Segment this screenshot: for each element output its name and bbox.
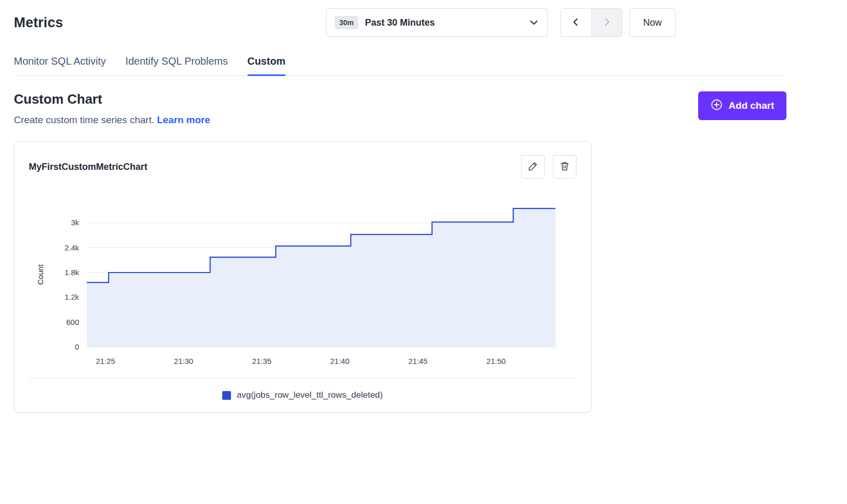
- svg-text:1.2k: 1.2k: [65, 293, 80, 301]
- metrics-tabs: Monitor SQL Activity Identify SQL Proble…: [14, 55, 786, 76]
- svg-text:1.8k: 1.8k: [65, 268, 80, 277]
- plus-circle-icon: [710, 99, 723, 113]
- pencil-icon: [528, 161, 538, 173]
- add-chart-button[interactable]: Add chart: [698, 91, 786, 120]
- time-step-buttons: [561, 8, 622, 37]
- edit-chart-button[interactable]: [521, 155, 545, 179]
- section-title: Custom Chart: [14, 91, 210, 107]
- custom-metric-chart-card: MyFirstCustomMetricChart 06001.2k1.8k2.4…: [14, 141, 591, 413]
- section-description-text: Create custom time series chart.: [14, 114, 154, 125]
- svg-text:21:35: 21:35: [252, 357, 272, 365]
- svg-text:3k: 3k: [71, 218, 79, 227]
- metric-chart[interactable]: 06001.2k1.8k2.4k3k21:2521:3021:3521:4021…: [29, 196, 575, 371]
- learn-more-link[interactable]: Learn more: [157, 114, 210, 125]
- time-range-label: Past 30 Minutes: [365, 17, 435, 28]
- now-button[interactable]: Now: [629, 8, 676, 37]
- svg-text:21:45: 21:45: [408, 357, 428, 365]
- svg-text:21:30: 21:30: [174, 357, 194, 365]
- chart-card-header: MyFirstCustomMetricChart: [29, 155, 576, 179]
- svg-text:600: 600: [66, 318, 79, 326]
- time-controls: 30m Past 30 Minutes Now: [326, 8, 676, 37]
- chevron-right-icon: [602, 17, 612, 29]
- delete-chart-button[interactable]: [553, 155, 576, 179]
- time-range-badge: 30m: [335, 16, 358, 29]
- svg-text:0: 0: [75, 342, 79, 351]
- add-chart-label: Add chart: [728, 100, 774, 111]
- prev-interval-button[interactable]: [561, 9, 591, 36]
- svg-text:21:40: 21:40: [330, 357, 350, 365]
- legend-swatch: [222, 391, 231, 400]
- svg-text:2.4k: 2.4k: [65, 243, 80, 252]
- page-title: Metrics: [14, 15, 63, 31]
- section-text: Custom Chart Create custom time series c…: [14, 91, 210, 126]
- tab-custom[interactable]: Custom: [247, 55, 285, 75]
- tab-identify-sql-problems[interactable]: Identify SQL Problems: [125, 55, 227, 75]
- next-interval-button: [591, 9, 622, 36]
- section-description: Create custom time series chart. Learn m…: [14, 114, 210, 126]
- chart-area: 06001.2k1.8k2.4k3k21:2521:3021:3521:4021…: [29, 196, 576, 371]
- top-bar: Metrics 30m Past 30 Minutes Now: [0, 0, 847, 37]
- chart-title: MyFirstCustomMetricChart: [29, 162, 147, 172]
- chart-legend: avg(jobs_row_level_ttl_rows_deleted): [29, 378, 576, 412]
- time-range-dropdown[interactable]: 30m Past 30 Minutes: [326, 8, 548, 37]
- trash-icon: [560, 161, 570, 173]
- chart-card-actions: [521, 155, 576, 179]
- chevron-down-icon: [530, 20, 538, 25]
- legend-label: avg(jobs_row_level_ttl_rows_deleted): [237, 390, 382, 400]
- custom-chart-section-header: Custom Chart Create custom time series c…: [14, 91, 786, 126]
- tab-monitor-sql-activity[interactable]: Monitor SQL Activity: [14, 55, 106, 75]
- chevron-left-icon: [571, 17, 581, 29]
- svg-text:21:25: 21:25: [96, 357, 116, 365]
- svg-text:21:50: 21:50: [487, 357, 506, 365]
- svg-text:Count: Count: [36, 264, 45, 285]
